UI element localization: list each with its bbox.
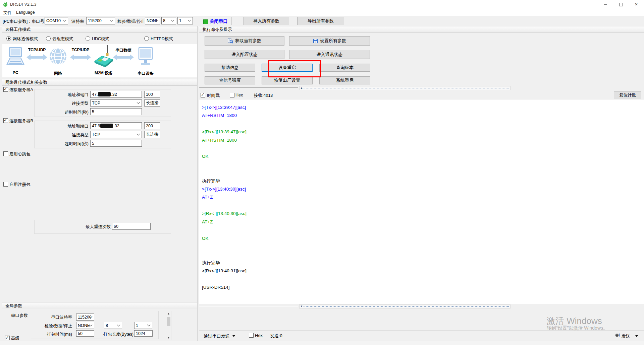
dropdown-arrow-icon[interactable] — [635, 335, 638, 337]
server-b-keepalive-select[interactable]: 长连接 — [144, 131, 160, 138]
radio-net-passthrough-label: 网络透传模式 — [13, 36, 38, 42]
minimize-icon: ─ — [604, 2, 607, 7]
hex-recv-checkbox[interactable] — [230, 93, 234, 97]
export-params-button[interactable]: 导出所有参数 — [297, 17, 344, 25]
link1-label: TCP/UDP — [26, 48, 48, 52]
terminal-line: >[Rx<-][13:40:31][asc] — [202, 267, 644, 275]
window-title: DR514 V2.1.3 — [10, 2, 37, 7]
radio-httpd-mode[interactable] — [144, 36, 149, 41]
terminal-top-scrollbar[interactable]: ▲ — [299, 86, 511, 90]
terminal-output[interactable]: >[Tx->][13:39:47][asc]AT+RSTIM=1800 >[Rx… — [199, 99, 644, 304]
import-params-button[interactable]: 导入所有参数 — [244, 17, 289, 25]
terminal-line: 执行完毕 — [202, 177, 644, 185]
splitter-line — [199, 306, 298, 306]
serial-device-label: 串口设备 — [136, 71, 156, 76]
global-stopbits-select[interactable]: 1 — [134, 322, 152, 329]
parity-select[interactable]: NONI — [145, 17, 160, 24]
factory-reset-button[interactable]: 恢复出厂设置 — [262, 76, 313, 84]
timeout-label: 超时时间(秒) — [55, 141, 89, 147]
scroll-up-icon[interactable]: ▲ — [300, 87, 303, 89]
server-b-address-input[interactable]: 47.9.32 — [90, 122, 142, 129]
server-a-label: 连接服务器A — [9, 87, 33, 93]
network-label: 网络 — [49, 71, 67, 76]
left-panel-scrollbar[interactable]: ▲ ▼ — [166, 311, 171, 340]
system-restart-button[interactable]: 系统重启 — [319, 76, 370, 84]
server-a-type-select[interactable]: TCP — [90, 99, 142, 107]
pc-icon — [6, 47, 25, 68]
server-b-timeout-input[interactable]: 5 — [90, 140, 142, 147]
close-port-button[interactable]: 关闭串口 — [210, 18, 228, 24]
serial-group-label: 串口参数 — [11, 313, 28, 319]
command-panel-header: 执行命令及提示 — [199, 26, 644, 33]
global-databits-select[interactable]: 8 — [104, 322, 122, 329]
conn-type-label: 连接类型 — [58, 132, 89, 138]
server-a-port-input[interactable]: 100 — [144, 91, 160, 98]
stopbits-select[interactable]: 1 — [177, 17, 193, 24]
link3-label: 串口数据 — [113, 48, 134, 53]
close-button[interactable]: ✕ — [629, 0, 644, 9]
send-bar-separator — [199, 331, 644, 331]
menu-file[interactable]: 文件 — [3, 10, 12, 16]
terminal-line — [202, 251, 644, 259]
server-b-port-input[interactable]: 200 — [144, 122, 160, 129]
pack-len-input[interactable]: 1024 — [134, 330, 153, 337]
server-a-keepalive-select[interactable]: 长连接 — [144, 99, 160, 107]
terminal-line: OK — [202, 234, 644, 243]
get-params-button[interactable]: 获取当前参数 — [205, 36, 284, 46]
baud-select[interactable]: 115200 — [86, 17, 115, 24]
scroll-down-icon[interactable]: ▼ — [300, 305, 303, 308]
global-baud-select[interactable]: 115200 — [76, 314, 94, 321]
menu-bar: 文件 Language — [0, 9, 644, 16]
send-via-serial-button[interactable]: 通过串口发送 — [204, 333, 230, 339]
timestamp-checkbox[interactable] — [201, 93, 205, 97]
radio-net-passthrough[interactable] — [6, 36, 11, 41]
radio-udc-mode[interactable] — [86, 36, 90, 41]
panel-divider — [197, 26, 198, 341]
pc-serial-label: [PC串口参数]：串口号 — [3, 19, 44, 24]
arrow-left-right-icon — [69, 54, 92, 61]
register-checkbox[interactable] — [3, 182, 8, 187]
server-a-timeout-input[interactable]: 5 — [90, 108, 142, 115]
send-button[interactable]: 发送 — [622, 333, 630, 339]
enter-config-button[interactable]: 进入配置状态 — [205, 50, 284, 59]
pack-time-label: 打包时间(ms) — [42, 332, 72, 337]
register-label: 启用注册包 — [9, 182, 31, 188]
server-a-address-input[interactable]: 47..32 — [90, 91, 142, 98]
terminal-line — [202, 144, 644, 152]
terminal-bottom-scrollbar[interactable]: ▼ — [299, 304, 511, 308]
set-params-button[interactable]: 设置所有参数 — [289, 36, 370, 46]
sent-count: 发送:0 — [270, 333, 282, 339]
server-a-checkbox[interactable] — [3, 87, 8, 92]
query-version-button[interactable]: 查询版本 — [319, 64, 370, 72]
menu-language[interactable]: Language — [16, 10, 35, 15]
m2m-device-icon — [94, 45, 113, 68]
databits-select[interactable]: 8 — [161, 17, 176, 24]
hex-send-checkbox[interactable] — [249, 333, 254, 338]
redaction-mark — [98, 92, 111, 96]
scrollbar-track[interactable] — [304, 88, 509, 88]
minimize-button[interactable]: ─ — [598, 0, 613, 9]
heartbeat-label: 启用心跳包 — [9, 151, 31, 157]
heartbeat-checkbox[interactable] — [3, 151, 8, 156]
signal-strength-button[interactable]: 查信号强度 — [205, 76, 255, 84]
scrollbar-track[interactable] — [304, 306, 509, 307]
scroll-up-icon[interactable]: ▲ — [166, 311, 171, 316]
global-parity-label: 检验/数据/停止 — [39, 323, 72, 329]
maximize-icon — [619, 3, 623, 6]
enter-comm-button[interactable]: 进入通讯状态 — [289, 50, 370, 59]
scrollbar-thumb[interactable] — [167, 317, 170, 326]
max-reconnect-input[interactable]: 60 — [112, 223, 151, 230]
advanced-checkbox[interactable] — [5, 336, 10, 340]
maximize-button[interactable] — [613, 0, 629, 9]
dropdown-arrow-icon[interactable] — [232, 335, 235, 337]
help-info-button[interactable]: 帮助信息 — [205, 64, 255, 72]
reset-count-button[interactable]: 复位计数 — [614, 91, 641, 99]
com-port-select[interactable]: COM10 — [45, 17, 68, 24]
app-window: DR514 V2.1.3 ─ ✕ 文件 Language [PC串口参数]：串口… — [0, 0, 644, 345]
pack-time-input[interactable]: 50 — [76, 330, 94, 337]
scroll-down-icon[interactable]: ▼ — [166, 335, 171, 340]
server-b-type-select[interactable]: TCP — [90, 131, 142, 138]
radio-cloud-config[interactable] — [46, 36, 51, 41]
server-b-checkbox[interactable] — [3, 118, 8, 123]
global-parity-select[interactable]: NONE — [76, 322, 94, 329]
